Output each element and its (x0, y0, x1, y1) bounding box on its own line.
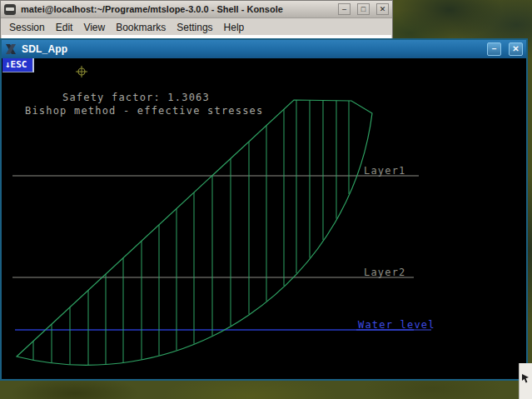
close-button[interactable]: ✕ (376, 3, 389, 15)
konsole-menubar: Session Edit View Bookmarks Settings Hel… (1, 18, 392, 36)
minimize-button[interactable]: – (338, 3, 351, 15)
menu-help[interactable]: Help (224, 22, 245, 33)
konsole-titlebar[interactable]: matei@localhost:~/Programe/mtslope-3.0.0… (1, 1, 392, 18)
diagram-title-2: Bishop method - effective stresses (25, 105, 263, 117)
menu-settings[interactable]: Settings (177, 22, 212, 33)
sdl-window-title: SDL_App (22, 43, 480, 55)
sdl-content: ↓ESC Layer1Layer2Water levelSafety facto… (2, 58, 526, 379)
background-window-edge (519, 363, 532, 399)
sdl-app-window: SDL_App – ✕ ↓ESC Layer1Layer2Water level… (0, 38, 528, 381)
x11-icon (5, 43, 17, 55)
sdl-titlebar[interactable]: SDL_App – ✕ (2, 40, 526, 58)
layer-label-1: Layer1 (364, 165, 406, 177)
konsole-window: matei@localhost:~/Programe/mtslope-3.0.0… (0, 0, 393, 39)
maximize-button[interactable]: □ (357, 3, 370, 15)
desktop: matei@localhost:~/Programe/mtslope-3.0.0… (0, 0, 532, 399)
water-level-label: Water level (358, 319, 435, 331)
menu-bookmarks[interactable]: Bookmarks (116, 22, 166, 33)
menu-edit[interactable]: Edit (56, 22, 73, 33)
layer-label-2: Layer2 (364, 267, 406, 278)
menu-view[interactable]: View (83, 22, 105, 33)
konsole-window-title: matei@localhost:~/Programe/mtslope-3.0.0… (21, 4, 331, 14)
mouse-cursor-icon (522, 374, 530, 384)
minimize-button[interactable]: – (487, 42, 501, 56)
close-button[interactable]: ✕ (509, 42, 523, 56)
slope-diagram: Layer1Layer2Water levelSafety factor: 1.… (2, 58, 526, 379)
menu-session[interactable]: Session (9, 22, 45, 33)
diagram-title-1: Safety factor: 1.3063 (62, 92, 210, 103)
terminal-icon (4, 4, 16, 15)
esc-hint-button[interactable]: ↓ESC (2, 58, 34, 72)
